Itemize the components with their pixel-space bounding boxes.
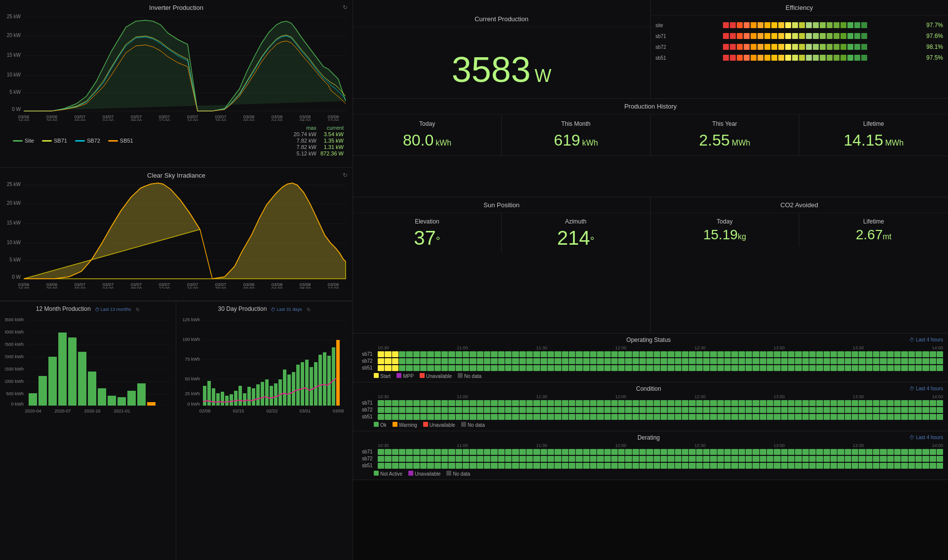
svg-text:08:00: 08:00 [300,118,311,121]
svg-text:12:00: 12:00 [159,286,170,289]
irradiance-refresh-icon[interactable]: ↻ [343,172,348,179]
inverter-production-panel: Inverter Production ↻ 25 kW 20 kW 15 kW … [0,0,353,168]
svg-rect-219 [737,55,743,61]
day30-title: 30 Day Production [218,305,267,312]
svg-rect-155 [730,22,736,28]
svg-text:20 kW: 20 kW [7,33,21,38]
svg-rect-213 [840,44,846,50]
svg-rect-146 [327,356,331,406]
svg-rect-231 [820,55,826,61]
svg-rect-198 [737,44,743,50]
svg-rect-215 [854,44,860,50]
svg-rect-183 [778,33,784,39]
co2-today-label: Today [717,218,733,225]
co2-lifetime-label: Lifetime [863,218,884,225]
prod-hist-year: This Year 2.55 MWh [651,114,799,155]
current-production-value: 3583 [452,52,531,87]
svg-rect-211 [827,44,832,50]
azimuth-unit: ° [590,235,594,248]
elevation-unit: ° [436,235,440,248]
svg-text:04:00: 04:00 [272,286,283,289]
svg-rect-96 [98,388,106,406]
svg-rect-124 [230,394,233,406]
svg-rect-205 [785,44,791,50]
svg-rect-145 [323,352,326,406]
svg-rect-227 [792,55,798,61]
svg-rect-126 [238,386,242,406]
month12-panel: 12 Month Production ⏱ Last 13 months ↻ 3… [0,301,176,560]
svg-rect-162 [778,22,784,28]
svg-rect-131 [261,382,264,406]
svg-text:04:00: 04:00 [272,118,283,121]
day30-panel: 30 Day Production ⏱ Last 31 days ↻ 125 k… [176,301,353,560]
efficiency-row-sb51: sb51 [651,52,948,63]
sun-position-panel: Sun Position Elevation 37 ° Azimuth 214 … [353,197,651,333]
svg-text:2020-10: 2020-10 [84,409,100,413]
prod-hist-today-unit: kWh [435,139,451,148]
svg-rect-168 [820,22,826,28]
prod-hist-lifetime: Lifetime 14.15 MWh [799,114,948,155]
irradiance-chart-svg: 25 kW 20 kW 15 kW 10 kW 5 kW 0 W 03/06 1… [5,180,348,289]
svg-rect-144 [318,355,322,406]
co2-today-cell: Today 15.19 kg [651,213,799,247]
svg-rect-222 [757,55,763,61]
svg-rect-187 [806,33,812,39]
elevation-label: Elevation [415,218,439,225]
svg-rect-125 [234,391,237,406]
svg-rect-228 [799,55,805,61]
elevation-value: 37 [414,228,436,248]
month12-chart-svg: 3500 kWh 3000 kWh 2500 kWh 2000 kWh 1500… [5,315,173,414]
svg-rect-127 [243,393,246,406]
prod-hist-month: This Month 619 kWh [502,114,650,155]
svg-text:00:00: 00:00 [75,118,86,121]
svg-rect-179 [750,33,756,39]
irradiance-chart-title: Clear Sky Irradiance [5,172,348,179]
svg-text:10 kW: 10 kW [7,240,21,245]
svg-rect-217 [723,55,729,61]
svg-rect-166 [806,22,812,28]
svg-rect-99 [127,391,136,406]
svg-rect-186 [799,33,805,39]
svg-text:2000 kWh: 2000 kWh [5,354,24,359]
op-status-sb72-row: sb72 [362,358,943,364]
svg-rect-123 [225,396,229,406]
svg-rect-136 [283,370,286,406]
der-sb71-row: sb71 [362,449,943,455]
svg-text:08:00: 08:00 [131,118,142,121]
svg-rect-184 [785,33,791,39]
svg-rect-214 [847,44,853,50]
svg-rect-176 [730,33,736,39]
svg-rect-180 [757,33,763,39]
svg-rect-93 [68,337,77,406]
efficiency-sb72-value: 98.1% [924,43,943,50]
svg-rect-203 [771,44,777,50]
inverter-refresh-icon[interactable]: ↻ [343,4,348,11]
efficiency-row-sb72: sb72 [651,41,948,52]
day30-badge: Last 31 days [276,307,302,312]
efficiency-title: Efficiency [651,0,948,16]
svg-text:0 W: 0 W [12,274,21,280]
svg-rect-130 [256,384,260,406]
svg-rect-174 [861,22,867,28]
op-status-sb71-row: sb71 [362,351,943,357]
svg-rect-100 [137,383,146,406]
svg-rect-195 [861,33,867,39]
svg-rect-194 [854,33,860,39]
svg-rect-234 [840,55,846,61]
svg-text:2020-04: 2020-04 [25,409,41,413]
svg-text:50 kWh: 50 kWh [185,376,200,381]
co2-lifetime-value: 2.67 [856,228,883,242]
svg-rect-165 [799,22,805,28]
svg-rect-122 [221,392,224,406]
svg-rect-209 [813,44,819,50]
condition-badge: ⏱ Last 4 hours [909,386,943,391]
svg-text:02/08: 02/08 [199,409,211,413]
svg-rect-148 [336,340,340,406]
svg-text:08:00: 08:00 [131,286,142,289]
svg-rect-190 [827,33,832,39]
svg-rect-120 [212,388,215,406]
svg-rect-236 [854,55,860,61]
svg-rect-143 [314,362,317,406]
co2-today-value: 15.19 [703,228,738,242]
svg-text:2020-07: 2020-07 [54,409,71,413]
